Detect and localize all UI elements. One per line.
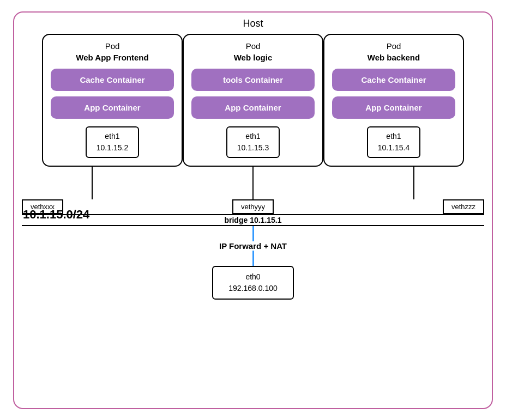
ip-forward-label: IP Forward + NAT bbox=[219, 241, 287, 251]
pod-weblogic-title: Pod Web logic bbox=[234, 40, 273, 63]
pod-backend-eth: eth1 10.1.15.4 bbox=[367, 126, 420, 158]
pod-backend-title: Pod Web backend bbox=[368, 40, 420, 63]
bridge-label: bridge 10.1.15.1 bbox=[224, 216, 281, 224]
pod-frontend-app-container: App Container bbox=[51, 96, 174, 119]
pod-frontend-eth: eth1 10.1.15.2 bbox=[86, 126, 139, 158]
pod-connectors bbox=[22, 167, 484, 199]
host-container: Host Pod Web App Frontend Cache Containe… bbox=[13, 11, 493, 409]
pod-frontend-cache-container: Cache Container bbox=[51, 69, 174, 91]
pod-backend-cache-container: Cache Container bbox=[332, 69, 455, 91]
vethzzz-box: vethzzz bbox=[443, 199, 484, 214]
pod-frontend: Pod Web App Frontend Cache Container App… bbox=[42, 34, 183, 167]
blue-connector-top bbox=[252, 226, 254, 241]
pod-weblogic-app-container: App Container bbox=[191, 96, 315, 119]
bridge-middle-area: 10.1.15.0/24 bridge 10.1.15.1 bbox=[22, 215, 484, 225]
connector-line-mid bbox=[252, 167, 254, 199]
pod-weblogic: Pod Web logic tools Container App Contai… bbox=[183, 34, 323, 167]
pod-backend: Pod Web backend Cache Container App Cont… bbox=[323, 34, 464, 167]
connector-line-left bbox=[92, 167, 93, 199]
ip-forward-section: IP Forward + NAT eth0 192.168.0.100 bbox=[212, 226, 294, 300]
veth-right: vethzzz bbox=[443, 199, 484, 214]
pod-weblogic-tools-container: tools Container bbox=[191, 69, 315, 91]
connector-line-right bbox=[413, 167, 414, 199]
bottom-section: 10.1.15.0/24 bridge 10.1.15.1 IP Forward… bbox=[22, 214, 484, 300]
blue-connector-bottom bbox=[252, 251, 254, 266]
pod-weblogic-eth: eth1 10.1.15.3 bbox=[226, 126, 280, 158]
eth0-box: eth0 192.168.0.100 bbox=[212, 266, 294, 300]
pod-frontend-title: Pod Web App Frontend bbox=[76, 40, 148, 63]
host-label: Host bbox=[23, 18, 483, 29]
pod-backend-app-container: App Container bbox=[332, 96, 455, 119]
veth-row: vethxxx vethyyy vethzzz bbox=[22, 199, 484, 214]
vethyyy-box: vethyyy bbox=[232, 199, 274, 214]
subnet-label: 10.1.15.0/24 bbox=[23, 208, 89, 222]
veth-mid: vethyyy bbox=[232, 199, 274, 214]
pods-row: Pod Web App Frontend Cache Container App… bbox=[42, 34, 464, 167]
